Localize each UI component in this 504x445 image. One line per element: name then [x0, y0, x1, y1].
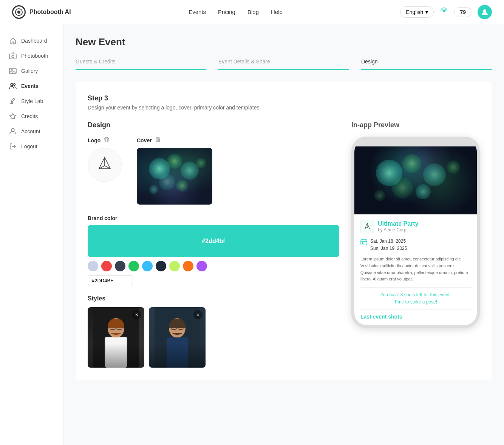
phone-dates: Sat, Jan 18, 2025 Sun, Jan 19, 2025 — [370, 238, 407, 252]
step-number: Step 3 — [88, 94, 480, 102]
sidebar-label-photobooth: Photobooth — [21, 53, 48, 59]
cover-delete-button[interactable] — [155, 137, 161, 144]
phone-event-name: Ultimate Party — [378, 220, 419, 227]
style-card-2[interactable]: ✕ — [149, 307, 206, 368]
svg-point-17 — [159, 174, 175, 190]
phone-frame: Ultimate Party by Acme Corp — [351, 137, 480, 328]
phone-description: Lorem ipsum dolor sit amet, consectetur … — [360, 256, 471, 282]
step-3-label: Design — [361, 59, 378, 65]
color-swatch-orange[interactable] — [183, 261, 193, 271]
steps-nav: Guests & Credits Event Details & Share D… — [76, 59, 492, 70]
nav-events[interactable]: Events — [189, 9, 206, 15]
phone-shots-line2: Time to strike a pose! — [360, 299, 471, 306]
design-card: Step 3 Design your event by selecting a … — [76, 82, 492, 380]
brush-icon — [9, 97, 17, 105]
svg-point-41 — [374, 190, 385, 201]
logo-text: Photobooth AI — [29, 9, 71, 15]
style-remove-1[interactable]: ✕ — [132, 310, 141, 319]
phone-event-header: Ultimate Party by Acme Corp — [360, 220, 471, 233]
language-button[interactable]: English ▾ — [400, 6, 434, 18]
phone-date-row: Sat, Jan 18, 2025 Sun, Jan 19, 2025 — [360, 238, 471, 252]
color-hex-input[interactable]: #2DD4BF — [88, 275, 133, 286]
nav-help[interactable]: Help — [271, 9, 283, 15]
phone-cover-image — [354, 146, 477, 214]
svg-point-2 — [443, 10, 445, 12]
main-nav: Events Pricing Blog Help — [189, 9, 283, 15]
color-swatches — [88, 261, 339, 271]
svg-point-18 — [176, 180, 188, 192]
svg-point-9 — [14, 84, 15, 86]
style-remove-2[interactable]: ✕ — [193, 310, 203, 319]
main-content: New Event Guests & Credits Event Details… — [63, 24, 504, 445]
logo[interactable]: Photobooth AI — [12, 5, 71, 19]
color-swatch-sky-blue[interactable] — [142, 261, 153, 271]
camera-icon — [9, 52, 17, 60]
sidebar-label-style-lab: Style Lab — [21, 98, 43, 104]
brand-color-swatch[interactable]: #2dd4bf — [88, 225, 339, 257]
phone-last-shots-label: Last event shots — [360, 314, 471, 320]
sidebar-item-dashboard[interactable]: Dashboard — [0, 33, 63, 48]
cover-label: Cover — [137, 137, 212, 144]
phone-divider-2 — [360, 309, 471, 310]
svg-point-10 — [11, 128, 14, 131]
logo-delete-button[interactable] — [104, 137, 110, 144]
preview-panel: In-app Preview — [351, 121, 480, 368]
design-panel: Design Logo — [88, 121, 339, 368]
color-swatch-green[interactable] — [128, 261, 139, 271]
color-swatch-lime[interactable] — [169, 261, 180, 271]
brand-color-label: Brand color — [88, 215, 339, 221]
sidebar-label-events: Events — [21, 83, 39, 89]
phone-event-logo — [360, 220, 374, 233]
color-swatch-red[interactable] — [101, 261, 112, 271]
logo-upload-area[interactable] — [88, 148, 122, 182]
color-swatch-purple[interactable] — [196, 261, 207, 271]
phone-notch — [400, 141, 431, 145]
sidebar-item-logout[interactable]: Logout — [0, 139, 63, 154]
design-content: Design Logo — [88, 121, 480, 368]
phone-date1: Sat, Jan 18, 2025 — [370, 238, 407, 245]
logo-icon — [12, 5, 26, 19]
page-title: New Event — [76, 36, 492, 48]
sidebar-label-credits: Credits — [21, 113, 38, 119]
svg-rect-4 — [9, 54, 16, 59]
step-3[interactable]: Design — [361, 59, 492, 70]
sidebar: Dashboard Photobooth Gallery Events Styl… — [0, 24, 63, 445]
cover-upload-area[interactable] — [137, 148, 212, 205]
logo-label: Logo — [88, 137, 122, 144]
home-icon — [9, 37, 17, 45]
chevron-down-icon: ▾ — [425, 9, 428, 15]
step-1[interactable]: Guests & Credits — [76, 59, 206, 70]
step-description: Design your event by selecting a logo, c… — [88, 105, 480, 111]
sidebar-label-dashboard: Dashboard — [21, 38, 47, 44]
svg-point-15 — [167, 154, 182, 169]
calendar-icon — [360, 239, 367, 247]
sidebar-item-style-lab[interactable]: Style Lab — [0, 94, 63, 109]
image-icon — [9, 67, 17, 75]
nav-pricing[interactable]: Pricing — [218, 9, 235, 15]
person-icon — [9, 128, 17, 135]
step-1-label: Guests & Credits — [76, 59, 116, 65]
color-swatch-dark-gray[interactable] — [115, 261, 125, 271]
color-swatch-light-blue[interactable] — [88, 261, 98, 271]
svg-point-8 — [11, 83, 13, 86]
phone-event-content: Ultimate Party by Acme Corp — [354, 214, 477, 325]
color-swatch-very-dark[interactable] — [156, 261, 166, 271]
people-icon — [9, 82, 17, 90]
sidebar-item-account[interactable]: Account — [0, 124, 63, 139]
phone-divider-1 — [360, 287, 471, 288]
logo-section: Logo — [88, 137, 122, 182]
sidebar-item-events[interactable]: Events — [0, 79, 63, 94]
svg-point-5 — [12, 55, 14, 58]
style-card-1[interactable]: ✕ — [88, 307, 144, 368]
sidebar-item-photobooth[interactable]: Photobooth — [0, 48, 63, 63]
credits-badge: 79 — [454, 7, 472, 17]
star-icon — [9, 112, 17, 120]
phone-shots-line1: You have 3 shots left for this event. — [360, 291, 471, 299]
sidebar-item-credits[interactable]: Credits — [0, 109, 63, 124]
logout-icon — [9, 143, 17, 150]
avatar[interactable] — [478, 5, 492, 19]
nav-blog[interactable]: Blog — [247, 9, 259, 15]
sidebar-item-gallery[interactable]: Gallery — [0, 63, 63, 79]
step-2[interactable]: Event Details & Share — [218, 59, 349, 70]
sidebar-label-logout: Logout — [21, 143, 37, 149]
